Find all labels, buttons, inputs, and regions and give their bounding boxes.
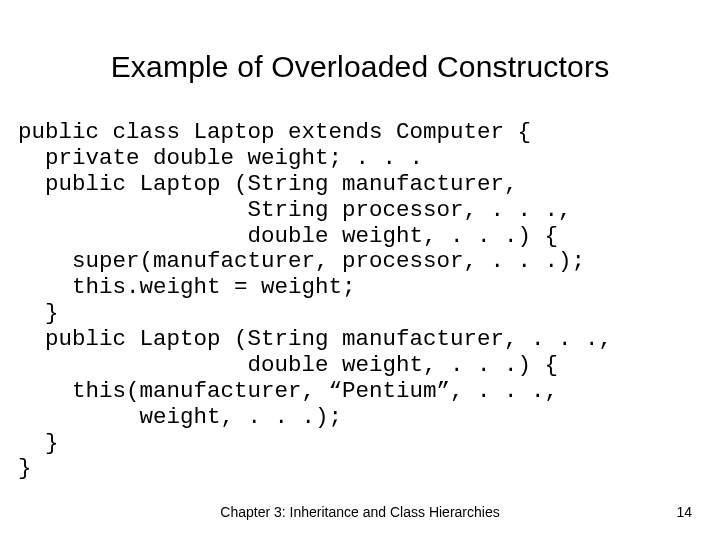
page-number: 14 [676, 504, 692, 520]
slide-title: Example of Overloaded Constructors [0, 50, 720, 84]
slide: Example of Overloaded Constructors publi… [0, 0, 720, 540]
footer-chapter: Chapter 3: Inheritance and Class Hierarc… [0, 504, 720, 520]
code-block: public class Laptop extends Computer { p… [18, 120, 702, 482]
